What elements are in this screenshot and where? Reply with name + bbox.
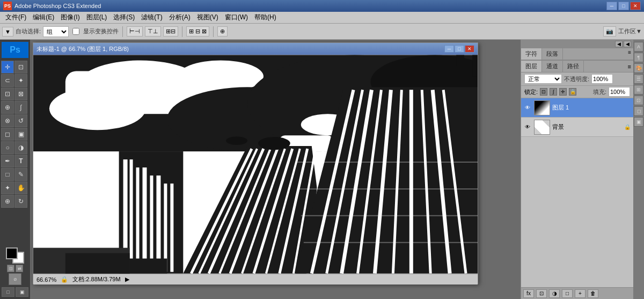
swap-colors-icon[interactable]: ⇄ [16,265,23,272]
text-tool[interactable]: T [14,155,27,167]
heal-tool[interactable]: ⊕ [1,101,14,114]
lock-all-icon[interactable]: 🔒 [569,88,576,96]
layer-delete-button[interactable]: 🗑 [588,289,598,298]
menu-window[interactable]: 窗口(W) [222,12,251,23]
svg-rect-20 [156,176,160,272]
clone-tool[interactable]: ⊗ [1,114,14,127]
right-sidebar-btn-1[interactable]: A [634,42,643,52]
opacity-label: 不透明度: [564,75,589,83]
align-left-button[interactable]: ⊢⊣ [127,26,143,37]
lock-transparent-icon[interactable]: ⊡ [540,88,547,96]
scroll-right-icon[interactable]: ▶ [125,276,129,283]
show-transform-checkbox[interactable] [72,28,79,35]
menu-edit[interactable]: 编辑(E) [30,12,57,23]
layer-item-background[interactable]: 👁 背景 🔒 [521,118,633,137]
blur-tool[interactable]: ○ [1,141,14,154]
menu-select[interactable]: 选择(S) [110,12,138,23]
eyedropper-tool[interactable]: ✦ [1,181,14,194]
distribute-button[interactable]: ⊞⊟ [163,26,178,37]
lock-brush-icon[interactable]: ∫ [550,88,557,96]
align-more-button[interactable]: ⊞ ⊟ ⊠ [186,26,209,37]
maximize-button[interactable]: □ [618,2,629,10]
right-sidebar: A ¶ 🎨 ☰ ⊞ ⊡ ◻ ▣ [633,40,644,299]
tab-character[interactable]: 字符 [521,48,542,60]
right-sidebar-btn-8[interactable]: ▣ [634,117,643,127]
right-sidebar-btn-5[interactable]: ⊞ [634,85,643,94]
tab-layers[interactable]: 图层 [521,61,542,72]
canvas-area: 未标题-1 @ 66.7% (图层 1, RGB/8) ─ □ ✕ [30,40,521,299]
svg-rect-18 [143,167,147,272]
menu-help[interactable]: 帮助(H) [251,12,280,23]
rotate-tool[interactable]: ↻ [14,195,27,208]
right-sidebar-btn-6[interactable]: ⊡ [634,96,643,105]
layer1-visibility-eye[interactable]: 👁 [523,104,532,112]
screen-mode-button[interactable]: □ [2,287,14,297]
notes-tool[interactable]: ✎ [14,168,27,181]
right-sidebar-btn-3[interactable]: 🎨 [634,63,643,73]
doc-minimize-button[interactable]: ─ [444,45,454,53]
full-screen-button[interactable]: ▣ [16,287,28,297]
align-center-button[interactable]: ⊤⊥ [145,26,161,37]
auto-select-select[interactable]: 组 图层 [43,26,69,37]
blend-mode-select[interactable]: 正常 溶解 正片叠底 [524,74,562,84]
doc-close-button[interactable]: ✕ [465,45,474,53]
doc-maximize-button[interactable]: □ [455,45,464,53]
layer-adjustment-button[interactable]: ◑ [549,289,560,298]
move-tool[interactable]: ✛ [1,61,14,74]
menu-layer[interactable]: 图层(L) [83,12,111,23]
layers-menu-button[interactable]: ≡ [626,63,633,70]
brush-tool[interactable]: ∫ [14,101,27,114]
menu-view[interactable]: 视图(V) [194,12,222,23]
tool-row-2: ⊂ ✦ [1,74,29,87]
tab-paragraph[interactable]: 段落 [542,48,563,60]
opacity-input[interactable] [591,74,613,84]
minimize-button[interactable]: ─ [606,2,617,10]
camera-button[interactable]: 📷 [603,26,616,37]
collapse-right-button[interactable]: ◀ [624,41,631,47]
tab-channels[interactable]: 通道 [542,61,563,72]
right-sidebar-btn-4[interactable]: ☰ [634,74,643,84]
quick-mask-button[interactable]: ⊘ [9,273,21,285]
layer1-thumbnail [534,100,550,115]
zoom-tool[interactable]: ⊕ [1,195,14,208]
layer-group-button[interactable]: □ [562,289,573,298]
tool-row-3: ⊡ ⊠ [1,87,29,100]
lock-move-icon[interactable]: ✛ [559,88,567,96]
zoom-level: 66.67% [36,276,56,283]
close-button[interactable]: ✕ [630,2,641,10]
lasso-tool[interactable]: ⊂ [1,74,14,87]
right-sidebar-btn-2[interactable]: ¶ [634,53,643,62]
eraser-tool[interactable]: ◻ [1,128,14,141]
char-panel-icon[interactable]: ≡ [628,49,631,59]
shape-tool[interactable]: □ [1,168,14,181]
tool-options-arrow[interactable]: ▼ [2,27,13,37]
color-swatch-pair [6,247,24,264]
menu-analyze[interactable]: 分析(A) [166,12,194,23]
pen-tool[interactable]: ✒ [1,155,14,167]
fill-tool[interactable]: ▣ [14,128,27,141]
svg-rect-54 [456,55,464,65]
menu-file[interactable]: 文件(F) [2,12,30,23]
fill-input[interactable] [609,87,630,97]
menu-image[interactable]: 图像(I) [57,12,83,23]
tab-paths[interactable]: 路径 [563,61,584,72]
collapse-left-button[interactable]: ◀ [615,41,623,47]
dodge-tool[interactable]: ◑ [14,141,27,154]
menu-bar: 文件(F) 编辑(E) 图像(I) 图层(L) 选择(S) 滤镜(T) 分析(A… [0,12,644,24]
menu-filter[interactable]: 滤镜(T) [138,12,165,23]
layer-mask-button[interactable]: ⊡ [536,289,547,298]
foreground-color-swatch[interactable] [6,247,18,259]
extra-option-button[interactable]: ⊕ [217,26,228,37]
slice-tool[interactable]: ⊠ [14,87,27,100]
right-sidebar-btn-7[interactable]: ◻ [634,106,643,116]
magic-wand-tool[interactable]: ✦ [14,74,27,87]
hand-tool[interactable]: ✋ [14,181,27,194]
crop-tool[interactable]: ⊡ [1,87,14,100]
layer-new-button[interactable]: + [575,289,586,298]
layer-style-button[interactable]: fx [523,289,534,298]
background-visibility-eye[interactable]: 👁 [523,123,532,132]
reset-colors-icon[interactable]: ⊡ [7,265,14,272]
layer-item-layer1[interactable]: 👁 图层 1 [521,98,633,118]
history-brush-tool[interactable]: ↺ [14,114,27,127]
selection-tool[interactable]: ⊡ [14,61,27,74]
